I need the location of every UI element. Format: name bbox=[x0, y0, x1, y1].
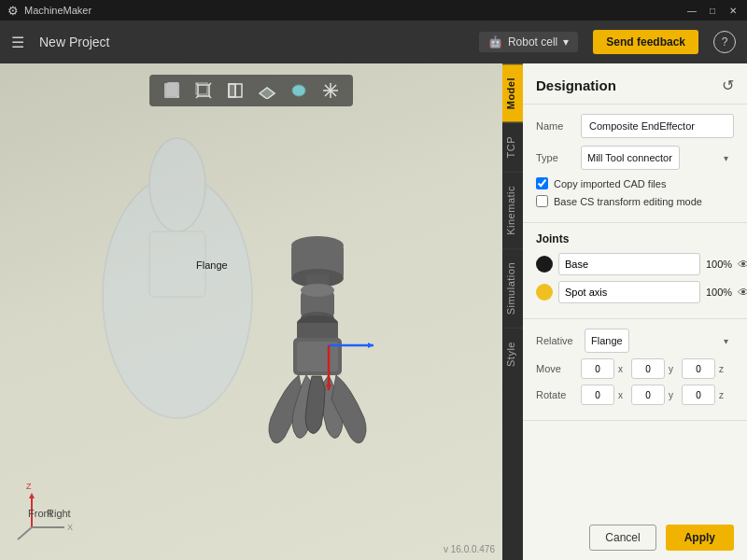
joint-spot-eye-button[interactable]: 👁 bbox=[738, 286, 747, 300]
app-icon: ⚙ bbox=[7, 4, 19, 18]
main-toolbar: ☰ New Project 🤖 Robot cell ▾ Send feedba… bbox=[0, 21, 747, 63]
rotate-z-axis: z bbox=[719, 390, 728, 400]
rotate-x-axis: x bbox=[618, 390, 627, 400]
panel-header: Designation ↺ bbox=[523, 63, 747, 105]
svg-marker-11 bbox=[260, 88, 275, 99]
coord-indicator: Z X bbox=[13, 476, 69, 532]
robot-cell-button[interactable]: 🤖 Robot cell ▾ bbox=[479, 32, 578, 52]
viewport[interactable]: Flange Z X Front Right v 16.0.0.476 bbox=[0, 63, 502, 560]
svg-text:Z: Z bbox=[26, 482, 32, 491]
svg-marker-1 bbox=[165, 82, 178, 97]
view-right-label: Right bbox=[47, 508, 71, 519]
tab-kinematic[interactable]: Kinematic bbox=[502, 172, 523, 248]
panel-title: Designation bbox=[536, 77, 616, 93]
base-cs-label: Base CS transform editing mode bbox=[554, 196, 702, 207]
titlebar: ⚙ MachineMaker — □ ✕ bbox=[0, 0, 747, 21]
solid-box-tool[interactable] bbox=[159, 79, 185, 102]
rotate-z-input[interactable] bbox=[682, 385, 715, 405]
maximize-button[interactable]: □ bbox=[706, 4, 719, 17]
joint-base-eye-button[interactable]: 👁 bbox=[738, 258, 747, 272]
type-select[interactable]: Mill Tool connector Generic connector Fl… bbox=[581, 146, 680, 170]
wire-box-tool[interactable] bbox=[190, 79, 217, 102]
chevron-down-icon: ▾ bbox=[563, 35, 569, 49]
joint-spot-pct: 100% bbox=[706, 287, 732, 298]
panel-footer: Cancel Apply bbox=[523, 515, 747, 560]
version-label: v 16.0.0.476 bbox=[444, 544, 495, 554]
project-name: New Project bbox=[39, 35, 464, 49]
viewport-toolbar bbox=[149, 75, 353, 106]
half-box-tool[interactable] bbox=[222, 79, 248, 102]
robot-icon: 🤖 bbox=[488, 35, 502, 49]
svg-rect-10 bbox=[229, 84, 235, 97]
joint-spot-color bbox=[536, 284, 553, 301]
rotate-x-input[interactable] bbox=[581, 385, 614, 405]
content-area: Flange Z X Front Right v 16.0.0.476 Mode… bbox=[0, 63, 747, 560]
move-x-axis: x bbox=[618, 364, 627, 374]
move-z-axis: z bbox=[719, 364, 728, 374]
svg-point-18 bbox=[149, 138, 205, 231]
svg-line-5 bbox=[196, 96, 198, 98]
copy-cad-label: Copy imported CAD files bbox=[554, 178, 666, 189]
joint-spot-row: 100% 👁 bbox=[536, 281, 734, 303]
name-input[interactable] bbox=[581, 114, 734, 138]
robot-arm-visual bbox=[93, 110, 448, 502]
tab-tcp[interactable]: TCP bbox=[502, 122, 523, 172]
svg-text:X: X bbox=[67, 523, 73, 532]
rotate-label: Rotate bbox=[536, 389, 577, 400]
svg-line-6 bbox=[209, 96, 211, 98]
base-cs-checkbox[interactable] bbox=[536, 195, 548, 207]
apply-button[interactable]: Apply bbox=[666, 525, 734, 551]
type-label: Type bbox=[536, 152, 573, 163]
refresh-button[interactable]: ↺ bbox=[722, 77, 734, 94]
feedback-button[interactable]: Send feedback bbox=[593, 30, 698, 54]
joints-title: Joints bbox=[536, 232, 734, 245]
svg-point-25 bbox=[301, 284, 334, 297]
crosshair-tool[interactable] bbox=[317, 79, 344, 102]
tab-strip: Model TCP Kinematic Simulation Style bbox=[502, 63, 523, 560]
joint-base-row: 100% 👁 bbox=[536, 253, 734, 275]
rotate-y-axis: y bbox=[669, 390, 678, 400]
joints-section: Joints 100% 👁 100% 👁 bbox=[523, 223, 747, 319]
svg-point-12 bbox=[292, 85, 305, 96]
right-panel: Designation ↺ Name Type Mill Tool connec… bbox=[523, 63, 747, 560]
joint-base-color bbox=[536, 256, 553, 273]
designation-section: Name Type Mill Tool connector Generic co… bbox=[523, 105, 747, 223]
joint-base-pct: 100% bbox=[706, 259, 732, 270]
plane-tool[interactable] bbox=[254, 79, 280, 102]
relative-select[interactable]: Flange World Base bbox=[585, 329, 629, 353]
move-y-input[interactable] bbox=[631, 358, 665, 379]
joint-base-name[interactable] bbox=[558, 253, 700, 275]
help-button[interactable]: ? bbox=[713, 31, 736, 53]
svg-line-40 bbox=[18, 527, 32, 539]
relative-label: Relative bbox=[536, 335, 577, 346]
svg-marker-32 bbox=[368, 343, 374, 348]
name-label: Name bbox=[536, 120, 573, 132]
svg-rect-19 bbox=[149, 231, 205, 297]
minimize-button[interactable]: — bbox=[685, 4, 698, 17]
tab-model[interactable]: Model bbox=[502, 63, 523, 122]
move-z-input[interactable] bbox=[682, 358, 715, 379]
svg-line-4 bbox=[209, 83, 211, 85]
move-label: Move bbox=[536, 363, 577, 374]
menu-button[interactable]: ☰ bbox=[11, 34, 24, 51]
cancel-button[interactable]: Cancel bbox=[589, 525, 655, 551]
tab-style[interactable]: Style bbox=[502, 328, 523, 380]
shape-tool[interactable] bbox=[286, 79, 312, 102]
tab-simulation[interactable]: Simulation bbox=[502, 248, 523, 328]
rotate-y-input[interactable] bbox=[631, 385, 665, 405]
joint-spot-name[interactable] bbox=[558, 281, 700, 303]
app-title: MachineMaker bbox=[24, 5, 92, 16]
close-button[interactable]: ✕ bbox=[726, 4, 740, 17]
move-y-axis: y bbox=[669, 364, 678, 374]
copy-cad-checkbox[interactable] bbox=[536, 177, 548, 189]
transform-section: Relative Flange World Base Move x y z bbox=[523, 319, 747, 421]
svg-marker-36 bbox=[29, 493, 35, 498]
robot-cell-label: Robot cell bbox=[508, 35, 557, 49]
move-x-input[interactable] bbox=[581, 358, 614, 379]
